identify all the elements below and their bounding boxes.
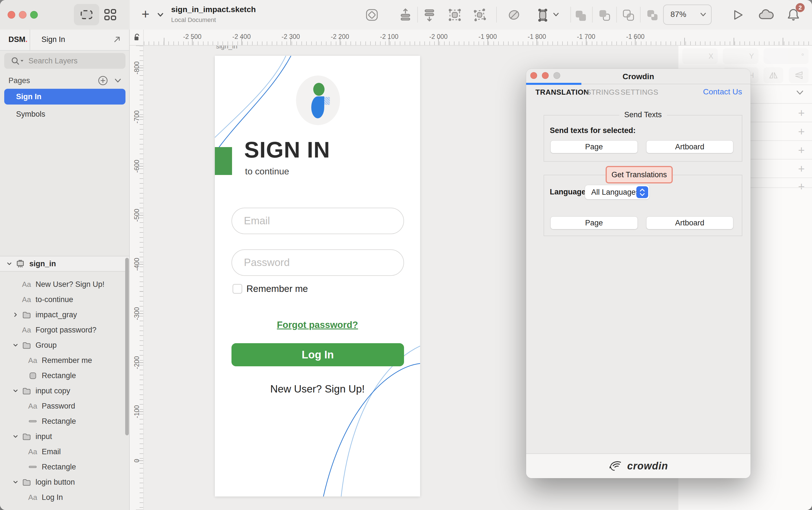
boolean-union-icon[interactable]	[573, 8, 587, 22]
remember-me-checkbox[interactable]	[233, 284, 242, 294]
layer-row[interactable]: AaNew User? Sign Up!	[0, 277, 129, 292]
boolean-subtract-icon[interactable]	[597, 8, 611, 22]
line-layer-icon	[27, 465, 38, 469]
get-artboard-button[interactable]: Artboard	[646, 216, 734, 229]
get-page-button[interactable]: Page	[550, 216, 638, 229]
create-symbol-icon[interactable]	[365, 8, 379, 22]
move-backward-icon[interactable]	[422, 8, 436, 22]
sidebar-item-page-symbols[interactable]: Symbols	[4, 106, 125, 122]
zoom-chevron-icon	[700, 12, 706, 17]
rotation-field[interactable]: °	[763, 48, 809, 64]
add-style-icon[interactable]: +	[798, 107, 805, 119]
y-position-field[interactable]: Y	[723, 48, 758, 64]
resize-chevron-icon[interactable]	[553, 12, 559, 17]
minimize-window-button[interactable]	[19, 11, 27, 19]
insert-button[interactable]: +	[142, 6, 149, 22]
search-input[interactable]: Search Layers	[4, 53, 125, 69]
tab-current-page[interactable]: Sign In	[41, 35, 65, 44]
disclosure-right-icon[interactable]	[12, 312, 21, 318]
components-view-toggle[interactable]	[103, 8, 117, 23]
layers-artboard-row[interactable]: sign_in	[0, 256, 129, 272]
layer-row[interactable]: Rectangle	[0, 368, 129, 383]
document-subtitle: Local Document	[171, 16, 216, 24]
header-divider	[30, 30, 30, 50]
sidebar-header: DSM. Sign In	[0, 30, 129, 51]
preview-play-icon[interactable]	[732, 8, 744, 22]
layer-row[interactable]: input	[0, 429, 129, 444]
open-external-icon[interactable]	[113, 35, 121, 44]
unlock-icon[interactable]	[133, 33, 140, 42]
flip-vertical-button[interactable]	[789, 67, 809, 83]
layer-row[interactable]: AaForgot password?	[0, 322, 129, 337]
layer-row[interactable]: login button	[0, 475, 129, 490]
layer-row[interactable]: Rectangle	[0, 459, 129, 475]
layer-row[interactable]: impact_gray	[0, 307, 129, 322]
layer-row[interactable]: Aato-continue	[0, 292, 129, 307]
resize-frame-icon[interactable]	[536, 8, 551, 22]
group-icon[interactable]	[448, 8, 462, 22]
layer-row[interactable]: input copy	[0, 383, 129, 398]
insert-chevron-icon[interactable]	[157, 12, 164, 18]
log-in-button[interactable]: Log In	[231, 343, 404, 366]
layers-scrollbar[interactable]	[125, 258, 129, 435]
boolean-intersect-icon[interactable]	[621, 8, 635, 22]
layer-row[interactable]: AaLog In	[0, 490, 129, 505]
tab-translation[interactable]: TRANSLATION	[535, 88, 589, 97]
folder-layer-icon	[21, 432, 32, 441]
layer-row[interactable]: Rectangle	[0, 414, 129, 429]
sign-up-text[interactable]: New User? Sign Up!	[215, 383, 420, 395]
contact-us-link[interactable]: Contact Us	[703, 87, 742, 96]
artboard-sign-in[interactable]: SIGN IN to continue Email Password Remem…	[215, 56, 420, 497]
document-title: sign_in_impact.sketch	[171, 5, 256, 14]
layer-row[interactable]: AaEmail	[0, 444, 129, 459]
send-page-button[interactable]: Page	[550, 140, 638, 153]
language-select[interactable]: All Languages	[585, 185, 649, 200]
sidebar-item-page-sign-in[interactable]: Sign In	[4, 89, 125, 104]
add-style-icon[interactable]: +	[798, 181, 805, 192]
boolean-difference-icon[interactable]	[645, 8, 659, 22]
disclosure-down-icon[interactable]	[12, 479, 21, 485]
zoom-level-select[interactable]: 87%	[663, 4, 712, 25]
canvas-view-toggle[interactable]	[74, 4, 99, 25]
edit-shape-icon[interactable]	[507, 8, 521, 22]
move-forward-icon[interactable]	[398, 8, 412, 22]
layer-row[interactable]: AaRemember me	[0, 353, 129, 368]
layer-row[interactable]: Group	[0, 337, 129, 353]
disclosure-down-icon[interactable]	[12, 433, 21, 440]
add-style-icon[interactable]: +	[798, 163, 805, 174]
send-artboard-button[interactable]: Artboard	[646, 140, 734, 153]
add-style-icon[interactable]: +	[798, 145, 805, 156]
ruler-label: -1 900	[478, 33, 497, 40]
zoom-window-button[interactable]	[30, 11, 38, 19]
email-field[interactable]: Email	[231, 208, 404, 234]
forgot-password-link[interactable]: Forgot password?	[215, 320, 420, 330]
layers-artboard-label: sign_in	[29, 260, 56, 268]
cloud-sync-icon[interactable]	[758, 9, 775, 21]
x-position-field[interactable]: X	[682, 48, 718, 64]
tab-strings[interactable]: STRINGS	[586, 88, 620, 97]
layer-row[interactable]: AaPassword	[0, 398, 129, 414]
add-style-icon[interactable]: +	[798, 126, 805, 137]
text-layer-icon: Aa	[27, 356, 38, 365]
ruler-label: -300	[133, 307, 141, 320]
text-layer-icon: Aa	[21, 280, 32, 289]
password-field[interactable]: Password	[231, 249, 404, 276]
disclosure-down-icon[interactable]	[12, 342, 21, 348]
get-translations-button[interactable]: Get Translations	[606, 166, 673, 183]
flip-horizontal-button[interactable]	[763, 67, 783, 83]
layer-label: Rectangle	[42, 371, 76, 380]
add-page-icon[interactable]	[97, 75, 108, 86]
crowdin-wordmark: crowdin	[627, 460, 668, 472]
pages-collapse-icon[interactable]	[114, 78, 122, 84]
ungroup-icon[interactable]	[472, 8, 487, 22]
close-window-button[interactable]	[8, 11, 15, 19]
layer-label: login button	[35, 478, 75, 487]
tab-dsm[interactable]: DSM.	[8, 35, 28, 44]
disclosure-down-icon[interactable]	[12, 388, 21, 394]
disclosure-down-icon[interactable]	[6, 261, 14, 267]
language-label: Language:	[550, 188, 588, 197]
horizontal-ruler: -2 500-2 400-2 300-2 200-2 100-2 000-1 9…	[144, 30, 812, 46]
rect-layer-icon	[27, 372, 38, 380]
section-collapse-icon[interactable]	[795, 89, 805, 96]
tab-settings[interactable]: SETTINGS	[620, 88, 658, 97]
